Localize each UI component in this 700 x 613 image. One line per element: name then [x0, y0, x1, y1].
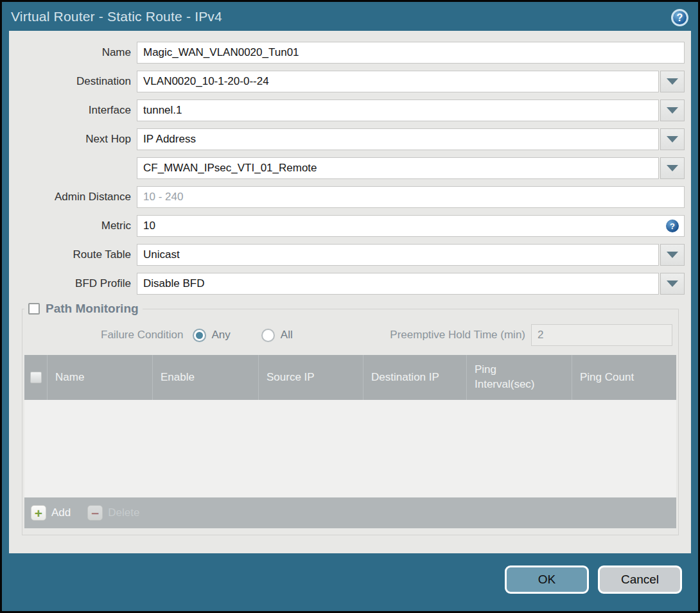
radio-all-label: All: [281, 329, 293, 341]
add-button-label: Add: [51, 506, 71, 519]
page-title: Virtual Router - Static Route - IPv4: [11, 9, 222, 24]
table-footer: + Add − Delete: [24, 497, 676, 528]
bfd-profile-label: BFD Profile: [9, 277, 137, 290]
chevron-down-icon: [667, 252, 678, 258]
add-icon: +: [31, 505, 46, 521]
chevron-down-icon: [667, 107, 678, 114]
admin-distance-label: Admin Distance: [9, 191, 137, 203]
destination-input[interactable]: [137, 71, 659, 92]
failure-condition-row: Failure Condition Any All Preemptive Hol…: [24, 324, 676, 346]
delete-button[interactable]: − Delete: [87, 505, 139, 521]
delete-icon: −: [87, 505, 103, 521]
failure-condition-label: Failure Condition: [101, 329, 184, 341]
radio-any[interactable]: [193, 329, 206, 342]
path-monitoring-checkbox[interactable]: [28, 303, 40, 315]
select-all-checkbox[interactable]: [30, 372, 42, 383]
route-table-input[interactable]: [137, 244, 659, 266]
path-monitoring-legend: Path Monitoring: [24, 302, 143, 316]
next-hop-address-input[interactable]: [137, 157, 659, 179]
metric-label: Metric: [9, 220, 137, 232]
table-body: [24, 400, 676, 497]
radio-any-label: Any: [212, 329, 231, 341]
preemptive-hold-time-input[interactable]: [531, 324, 672, 346]
bfd-profile-input[interactable]: [137, 273, 659, 295]
interface-dropdown-button[interactable]: [660, 99, 685, 121]
route-table-label: Route Table: [9, 248, 137, 261]
chevron-down-icon: [667, 78, 678, 85]
metric-input[interactable]: [137, 215, 685, 237]
form-row-bfd-profile: BFD Profile: [9, 273, 685, 295]
chevron-down-icon: [667, 281, 678, 287]
bfd-profile-dropdown-button[interactable]: [660, 273, 685, 295]
form-row-destination: Destination: [9, 71, 685, 92]
destination-dropdown-button[interactable]: [660, 71, 685, 92]
column-header-ping-interval[interactable]: Ping Interval(sec): [466, 355, 572, 400]
info-icon-glyph: ?: [670, 221, 675, 231]
ok-button[interactable]: OK: [505, 566, 589, 594]
help-icon[interactable]: ?: [671, 9, 688, 26]
dialog-window: Virtual Router - Static Route - IPv4 ? N…: [0, 0, 700, 613]
radio-all[interactable]: [261, 329, 275, 342]
form-row-admin-distance: Admin Distance: [9, 186, 685, 208]
route-table-dropdown-button[interactable]: [660, 244, 685, 266]
form-row-interface: Interface: [9, 99, 685, 121]
next-hop-type-input[interactable]: [137, 128, 659, 150]
column-header-ping-count[interactable]: Ping Count: [572, 355, 676, 400]
interface-input[interactable]: [137, 99, 659, 121]
admin-distance-input[interactable]: [137, 186, 685, 208]
chevron-down-icon: [667, 165, 678, 171]
form-row-name: Name: [9, 42, 685, 64]
column-header-source-ip[interactable]: Source IP: [258, 355, 363, 400]
info-icon: ?: [666, 220, 679, 232]
delete-button-label: Delete: [108, 506, 139, 519]
name-input[interactable]: [137, 42, 685, 64]
name-label: Name: [9, 46, 137, 59]
dialog-actions: OK Cancel: [2, 553, 698, 611]
path-monitoring-title: Path Monitoring: [46, 302, 139, 316]
next-hop-dropdown-button[interactable]: [660, 128, 685, 150]
radio-dot: [196, 332, 203, 339]
destination-label: Destination: [9, 75, 137, 88]
form-row-route-table: Route Table: [9, 244, 685, 266]
help-icon-glyph: ?: [677, 12, 683, 24]
form-row-metric: Metric ?: [9, 215, 685, 237]
form-row-next-hop-address: [9, 157, 685, 179]
header-checkbox-cell: [24, 355, 47, 400]
path-monitoring-table: Name Enable Source IP Destination IP Pin…: [24, 355, 676, 528]
title-bar: Virtual Router - Static Route - IPv4 ?: [2, 2, 698, 31]
column-header-enable[interactable]: Enable: [152, 355, 258, 400]
form-row-next-hop: Next Hop: [9, 128, 685, 150]
column-header-destination-ip[interactable]: Destination IP: [363, 355, 466, 400]
table-header: Name Enable Source IP Destination IP Pin…: [24, 355, 676, 400]
cancel-button[interactable]: Cancel: [598, 566, 682, 594]
column-header-name[interactable]: Name: [47, 355, 152, 400]
next-hop-label: Next Hop: [9, 133, 137, 146]
chevron-down-icon: [667, 136, 678, 142]
next-hop-address-dropdown-button[interactable]: [660, 157, 685, 179]
preemptive-hold-time-label: Preemptive Hold Time (min): [390, 329, 525, 341]
dialog-body: Name Destination Interface: [9, 31, 691, 553]
add-button[interactable]: + Add: [31, 505, 71, 521]
path-monitoring-section: Path Monitoring Failure Condition Any Al…: [22, 302, 679, 535]
interface-label: Interface: [9, 104, 137, 117]
